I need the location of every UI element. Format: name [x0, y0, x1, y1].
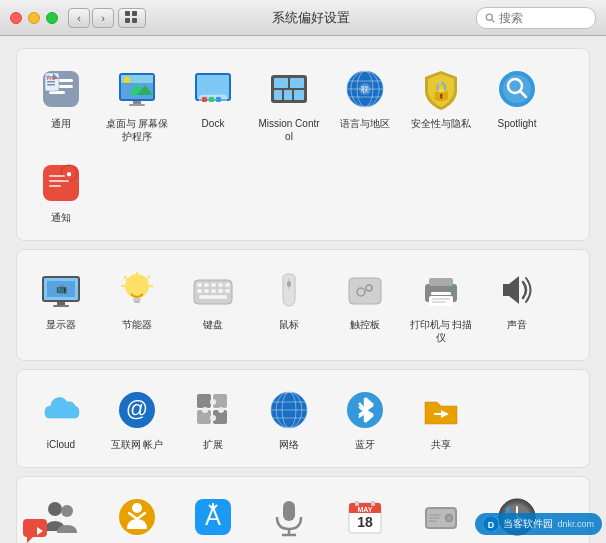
- svg-rect-52: [49, 175, 65, 177]
- svg-point-100: [202, 407, 208, 413]
- svg-text:@: @: [126, 396, 148, 421]
- pref-dock[interactable]: Dock: [177, 59, 249, 136]
- pref-appstore[interactable]: A App Store: [177, 487, 249, 543]
- svg-rect-27: [209, 97, 214, 102]
- pref-security[interactable]: 🔒 安全性与隐私: [405, 59, 477, 136]
- svg-rect-74: [225, 283, 230, 287]
- extensions-label: 扩展: [203, 438, 223, 451]
- pref-users[interactable]: 用户与群组: [25, 487, 97, 543]
- svg-rect-71: [204, 283, 209, 287]
- pref-trackpad[interactable]: 触控板: [329, 260, 401, 337]
- grid-button[interactable]: [118, 8, 146, 28]
- pref-parental[interactable]: 家长控制: [101, 487, 173, 543]
- printer-label: 打印机与 扫描仪: [409, 318, 473, 344]
- svg-rect-91: [431, 292, 451, 295]
- svg-rect-72: [211, 283, 216, 287]
- svg-point-144: [448, 517, 451, 520]
- back-button[interactable]: ‹: [68, 8, 90, 28]
- mouse-icon: [265, 266, 313, 314]
- pref-icloud[interactable]: iCloud: [25, 380, 97, 457]
- close-button[interactable]: [10, 12, 22, 24]
- svg-rect-53: [49, 180, 69, 182]
- extensions-icon: [189, 386, 237, 434]
- svg-text:🔒: 🔒: [430, 80, 453, 102]
- svg-rect-28: [216, 97, 221, 102]
- keyboard-label: 键盘: [203, 318, 223, 331]
- pref-desktop[interactable]: 桌面与 屏幕保护程序: [101, 59, 173, 149]
- svg-rect-31: [290, 78, 304, 88]
- svg-rect-11: [47, 81, 55, 83]
- pref-mission-control[interactable]: Mission Control: [253, 59, 325, 149]
- svg-text:New: New: [46, 74, 54, 79]
- startup-icon: [417, 493, 465, 541]
- svg-point-61: [125, 274, 149, 298]
- language-label: 语言与地区: [340, 117, 390, 130]
- svg-rect-3: [132, 18, 137, 23]
- appstore-icon: A: [189, 493, 237, 541]
- svg-text:联: 联: [361, 85, 369, 94]
- printer-icon: [417, 266, 465, 314]
- svg-rect-63: [134, 301, 140, 303]
- watermark-logo: D: [483, 516, 499, 532]
- displays-label: 显示器: [46, 318, 76, 331]
- search-input[interactable]: [499, 11, 587, 25]
- pref-sound[interactable]: 声音: [481, 260, 553, 337]
- trackpad-label: 触控板: [350, 318, 380, 331]
- main-content: File New 通用: [0, 36, 606, 543]
- mouse-label: 鼠标: [279, 318, 299, 331]
- icloud-label: iCloud: [47, 438, 75, 451]
- displays-icon: 📺: [37, 266, 85, 314]
- svg-text:●: ●: [66, 168, 72, 179]
- parental-icon: [113, 493, 161, 541]
- svg-rect-12: [47, 84, 55, 86]
- svg-rect-30: [274, 78, 288, 88]
- pref-mouse[interactable]: 鼠标: [253, 260, 325, 337]
- internet-section: iCloud @ 互联网 帐户: [16, 369, 590, 468]
- security-label: 安全性与隐私: [411, 117, 471, 130]
- svg-rect-34: [294, 90, 304, 100]
- network-label: 网络: [279, 438, 299, 451]
- svg-rect-62: [133, 298, 141, 301]
- pref-dictation[interactable]: 听写与语音: [253, 487, 325, 543]
- svg-rect-80: [199, 295, 227, 299]
- pref-sharing[interactable]: 共享: [405, 380, 477, 457]
- minimize-button[interactable]: [28, 12, 40, 24]
- pref-notifications[interactable]: ● 通知: [25, 153, 97, 230]
- network-icon: [265, 386, 313, 434]
- svg-rect-82: [287, 281, 291, 287]
- pref-energy[interactable]: 节能器: [101, 260, 173, 337]
- svg-point-99: [210, 399, 216, 405]
- mission-control-icon: [265, 65, 313, 113]
- svg-rect-0: [125, 11, 130, 16]
- sharing-icon: [417, 386, 465, 434]
- svg-rect-131: [283, 501, 295, 521]
- titlebar: ‹ › 系统偏好设置: [0, 0, 606, 36]
- svg-rect-32: [274, 90, 282, 100]
- pref-bluetooth[interactable]: 蓝牙: [329, 380, 401, 457]
- pref-language[interactable]: 联 语言与地区: [329, 59, 401, 136]
- pref-printer[interactable]: 打印机与 扫描仪: [405, 260, 477, 350]
- svg-point-101: [218, 407, 224, 413]
- svg-rect-78: [218, 289, 223, 293]
- svg-rect-87: [429, 278, 453, 286]
- svg-point-92: [449, 286, 453, 290]
- watermark: D 当客软件园 dnkr.com: [475, 513, 602, 535]
- maximize-button[interactable]: [46, 12, 58, 24]
- pref-network[interactable]: 网络: [253, 380, 325, 457]
- pref-datetime[interactable]: MAY 18 日期与时间: [329, 487, 401, 543]
- svg-rect-76: [204, 289, 209, 293]
- pref-internet-accounts[interactable]: @ 互联网 帐户: [101, 380, 173, 457]
- forward-button[interactable]: ›: [92, 8, 114, 28]
- search-bar[interactable]: [476, 7, 596, 29]
- dock-icon: [189, 65, 237, 113]
- pref-startup[interactable]: 启动磁盘: [405, 487, 477, 543]
- svg-rect-58: [53, 305, 69, 307]
- svg-point-119: [48, 502, 62, 516]
- pref-displays[interactable]: 📺 显示器: [25, 260, 97, 337]
- pref-spotlight[interactable]: Spotlight: [481, 59, 553, 136]
- pref-keyboard[interactable]: 键盘: [177, 260, 249, 337]
- pref-general[interactable]: File New 通用: [25, 59, 97, 136]
- pref-extensions[interactable]: 扩展: [177, 380, 249, 457]
- svg-line-5: [492, 19, 495, 22]
- trackpad-icon: [341, 266, 389, 314]
